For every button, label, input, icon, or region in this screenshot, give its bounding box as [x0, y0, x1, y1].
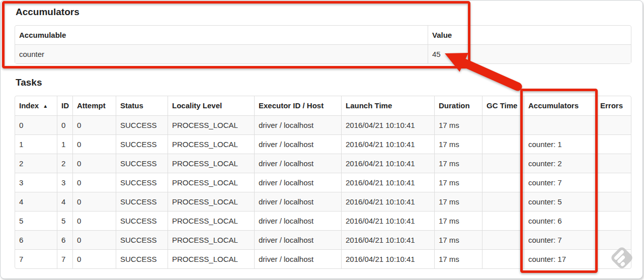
- task-launch-time-cell: 2016/04/21 10:10:41: [341, 249, 434, 268]
- task-attempt-cell: 0: [72, 134, 116, 154]
- column-header-gc-time[interactable]: GC Time: [482, 96, 524, 115]
- task-launch-time-cell: 2016/04/21 10:10:41: [341, 173, 434, 192]
- column-header-status[interactable]: Status: [116, 96, 168, 115]
- column-header-launch-time[interactable]: Launch Time: [341, 96, 434, 115]
- task-executor-cell: driver / localhost: [254, 192, 341, 211]
- task-attempt-cell: 0: [72, 115, 116, 134]
- task-index-cell: 2: [15, 154, 57, 173]
- task-attempt-cell: 0: [72, 230, 116, 249]
- task-status-cell: SUCCESS: [116, 154, 168, 173]
- task-accumulators-cell: counter: 6: [524, 211, 596, 230]
- task-status-cell: SUCCESS: [116, 192, 168, 211]
- column-header-errors[interactable]: Errors: [596, 96, 631, 115]
- task-launch-time-cell: 2016/04/21 10:10:41: [341, 211, 434, 230]
- task-id-cell: 6: [57, 230, 72, 249]
- task-attempt-cell: 0: [72, 154, 116, 173]
- task-accumulators-cell: counter: 17: [524, 249, 596, 268]
- column-header-executor-id-host[interactable]: Executor ID / Host: [254, 96, 341, 115]
- task-attempt-cell: 0: [72, 192, 116, 211]
- task-errors-cell: [596, 173, 631, 192]
- task-launch-time-cell: 2016/04/21 10:10:41: [341, 154, 434, 173]
- column-header-label: Errors: [600, 101, 623, 110]
- task-index-cell: 0: [15, 115, 57, 134]
- task-launch-time-cell: 2016/04/21 10:10:41: [341, 134, 434, 154]
- accumulable-name-cell: counter: [15, 44, 428, 63]
- task-locality-cell: PROCESS_LOCAL: [168, 154, 254, 173]
- task-index-cell: 1: [15, 134, 57, 154]
- task-row: 7 7 0 SUCCESS PROCESS_LOCAL driver / loc…: [15, 249, 631, 268]
- column-header-index[interactable]: Index▲: [15, 96, 57, 115]
- task-row: 4 4 0 SUCCESS PROCESS_LOCAL driver / loc…: [15, 192, 631, 211]
- task-locality-cell: PROCESS_LOCAL: [168, 173, 254, 192]
- column-header-label: Value: [432, 31, 452, 39]
- task-errors-cell: [596, 192, 631, 211]
- column-header-label: Attempt: [77, 101, 106, 110]
- column-header-locality-level[interactable]: Locality Level: [168, 96, 254, 115]
- task-executor-cell: driver / localhost: [254, 134, 341, 154]
- column-header-accumulable[interactable]: Accumulable: [15, 26, 428, 44]
- task-errors-cell: [596, 154, 631, 173]
- column-header-label: GC Time: [487, 101, 517, 110]
- task-id-cell: 5: [57, 211, 72, 230]
- column-header-attempt[interactable]: Attempt: [72, 96, 116, 115]
- column-header-accumulators[interactable]: Accumulators: [524, 96, 596, 115]
- spark-stage-page: Accumulators Accumulable Value counter 4…: [0, 0, 643, 279]
- task-gc-time-cell: [482, 115, 524, 134]
- column-header-label: Launch Time: [346, 101, 392, 110]
- column-header-label: Executor ID / Host: [259, 101, 324, 110]
- column-header-id[interactable]: ID: [57, 96, 72, 115]
- task-duration-cell: 17 ms: [434, 115, 482, 134]
- task-duration-cell: 17 ms: [434, 192, 482, 211]
- task-executor-cell: driver / localhost: [254, 115, 341, 134]
- task-id-cell: 0: [57, 115, 72, 134]
- accumulable-value-cell: 45: [428, 44, 631, 63]
- task-row: 6 6 0 SUCCESS PROCESS_LOCAL driver / loc…: [15, 230, 631, 249]
- task-status-cell: SUCCESS: [116, 230, 168, 249]
- task-status-cell: SUCCESS: [116, 249, 168, 268]
- task-accumulators-cell: counter: 2: [524, 154, 596, 173]
- sort-ascending-icon: ▲: [43, 103, 48, 109]
- task-launch-time-cell: 2016/04/21 10:10:41: [341, 192, 434, 211]
- task-id-cell: 4: [57, 192, 72, 211]
- task-status-cell: SUCCESS: [116, 134, 168, 154]
- column-header-label: Accumulable: [19, 31, 66, 39]
- tasks-header-row: Index▲ ID Attempt Status Locality Level …: [15, 96, 631, 115]
- task-locality-cell: PROCESS_LOCAL: [168, 115, 254, 134]
- column-header-label: Index: [19, 101, 39, 110]
- column-header-label: Status: [120, 101, 143, 110]
- task-accumulators-cell: [524, 115, 596, 134]
- task-row: 3 3 0 SUCCESS PROCESS_LOCAL driver / loc…: [15, 173, 631, 192]
- task-locality-cell: PROCESS_LOCAL: [168, 249, 254, 268]
- task-duration-cell: 17 ms: [434, 173, 482, 192]
- task-locality-cell: PROCESS_LOCAL: [168, 192, 254, 211]
- accumulators-header-row: Accumulable Value: [15, 26, 631, 44]
- task-index-cell: 4: [15, 192, 57, 211]
- tasks-section-title: Tasks: [16, 77, 642, 88]
- task-accumulators-cell: counter: 1: [524, 134, 596, 154]
- task-errors-cell: [596, 211, 631, 230]
- task-id-cell: 3: [57, 173, 72, 192]
- accumulators-table: Accumulable Value counter 45: [15, 25, 631, 64]
- task-duration-cell: 17 ms: [434, 154, 482, 173]
- task-gc-time-cell: [482, 134, 524, 154]
- task-attempt-cell: 0: [72, 173, 116, 192]
- task-status-cell: SUCCESS: [116, 115, 168, 134]
- task-gc-time-cell: [482, 211, 524, 230]
- tasks-table: Index▲ ID Attempt Status Locality Level …: [15, 96, 631, 269]
- task-index-cell: 6: [15, 230, 57, 249]
- task-row: 2 2 0 SUCCESS PROCESS_LOCAL driver / loc…: [15, 154, 631, 173]
- column-header-duration[interactable]: Duration: [434, 96, 482, 115]
- task-id-cell: 7: [57, 249, 72, 268]
- task-row: 1 1 0 SUCCESS PROCESS_LOCAL driver / loc…: [15, 134, 631, 154]
- accumulator-row: counter 45: [15, 44, 631, 63]
- task-status-cell: SUCCESS: [116, 211, 168, 230]
- task-index-cell: 5: [15, 211, 57, 230]
- task-index-cell: 3: [15, 173, 57, 192]
- task-gc-time-cell: [482, 173, 524, 192]
- task-executor-cell: driver / localhost: [254, 211, 341, 230]
- task-status-cell: SUCCESS: [116, 173, 168, 192]
- column-header-value[interactable]: Value: [428, 26, 631, 44]
- task-attempt-cell: 0: [72, 249, 116, 268]
- task-duration-cell: 17 ms: [434, 134, 482, 154]
- task-executor-cell: driver / localhost: [254, 249, 341, 268]
